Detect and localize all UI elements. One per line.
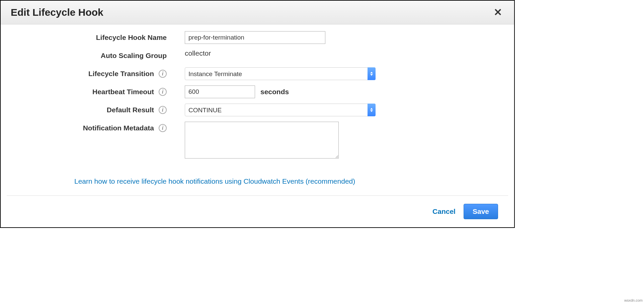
row-metadata: Notification Metadata i <box>11 122 504 159</box>
row-transition: Lifecycle Transition i Instance Terminat… <box>11 67 504 80</box>
cloudwatch-help-link[interactable]: Learn how to receive lifecycle hook noti… <box>74 177 355 185</box>
label-col: Auto Scaling Group <box>11 49 171 62</box>
help-link-row: Learn how to receive lifecycle hook noti… <box>11 164 504 192</box>
dialog-title: Edit Lifecycle Hook <box>11 7 103 18</box>
row-hook-name: Lifecycle Hook Name <box>11 31 504 44</box>
control-col: collector <box>171 49 504 57</box>
transition-select[interactable]: Instance Terminate <box>185 67 376 80</box>
dialog-body: Lifecycle Hook Name Auto Scaling Group c… <box>1 24 514 195</box>
control-col: CONTINUE <box>171 104 504 116</box>
row-asg: Auto Scaling Group collector <box>11 49 504 62</box>
asg-label: Auto Scaling Group <box>101 52 167 60</box>
dialog-footer: Cancel Save <box>7 195 508 227</box>
info-icon[interactable]: i <box>159 88 167 96</box>
cancel-button[interactable]: Cancel <box>432 207 456 216</box>
info-icon[interactable]: i <box>159 70 167 78</box>
default-result-select[interactable]: CONTINUE <box>185 104 376 116</box>
control-col: Instance Terminate <box>171 67 504 80</box>
row-heartbeat: Heartbeat Timeout i seconds <box>11 85 504 98</box>
row-default-result: Default Result i CONTINUE <box>11 104 504 116</box>
default-result-select-wrap: CONTINUE <box>185 104 376 116</box>
control-col: seconds <box>171 85 504 98</box>
info-icon[interactable]: i <box>159 106 167 114</box>
dialog-header: Edit Lifecycle Hook ✕ <box>1 1 514 24</box>
label-col: Notification Metadata i <box>11 122 171 134</box>
label-col: Lifecycle Hook Name <box>11 31 171 44</box>
default-result-label: Default Result <box>107 106 154 114</box>
transition-select-wrap: Instance Terminate <box>185 67 376 80</box>
label-col: Lifecycle Transition i <box>11 67 171 80</box>
edit-lifecycle-hook-dialog: Edit Lifecycle Hook ✕ Lifecycle Hook Nam… <box>0 0 515 228</box>
asg-value: collector <box>185 49 211 57</box>
heartbeat-input[interactable] <box>185 85 255 98</box>
metadata-textarea[interactable] <box>185 122 339 159</box>
close-icon[interactable]: ✕ <box>492 7 504 17</box>
control-col <box>171 31 504 44</box>
hook-name-input[interactable] <box>185 31 325 44</box>
control-col <box>171 122 504 159</box>
transition-label: Lifecycle Transition <box>88 70 154 78</box>
hook-name-label: Lifecycle Hook Name <box>96 34 167 42</box>
save-button[interactable]: Save <box>464 204 498 219</box>
label-col: Heartbeat Timeout i <box>11 85 171 98</box>
heartbeat-suffix: seconds <box>260 88 289 96</box>
metadata-label: Notification Metadata <box>83 124 154 132</box>
heartbeat-label: Heartbeat Timeout <box>92 88 154 96</box>
label-col: Default Result i <box>11 104 171 116</box>
info-icon[interactable]: i <box>159 124 167 132</box>
